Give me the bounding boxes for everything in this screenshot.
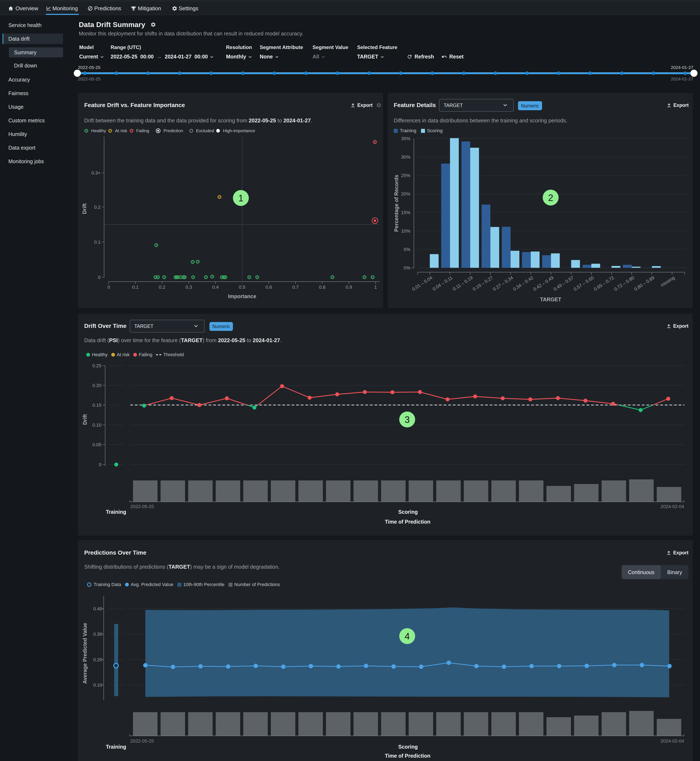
svg-text:0: 0 xyxy=(108,285,110,290)
svg-text:0.2: 0.2 xyxy=(159,285,166,290)
svg-text:0.72 – 0.80: 0.72 – 0.80 xyxy=(613,275,635,292)
svg-text:0.65 – 0.72: 0.65 – 0.72 xyxy=(593,275,615,292)
svg-text:2022-05-25: 2022-05-25 xyxy=(130,738,154,744)
svg-text:Drift: Drift xyxy=(82,414,88,425)
svg-text:0.25: 0.25 xyxy=(92,363,102,368)
svg-text:0.27 – 0.34: 0.27 – 0.34 xyxy=(492,275,514,292)
svg-text:10%: 10% xyxy=(401,229,410,233)
svg-text:0.15: 0.15 xyxy=(92,402,102,408)
svg-text:0.34 – 0.42: 0.34 – 0.42 xyxy=(512,275,534,292)
svg-text:Time of Prediction: Time of Prediction xyxy=(385,753,430,759)
svg-text:0: 0 xyxy=(99,462,102,467)
svg-text:4: 4 xyxy=(405,631,410,641)
svg-text:0.10: 0.10 xyxy=(92,423,102,427)
svg-text:2024-02-04: 2024-02-04 xyxy=(660,504,684,509)
svg-text:Percentage of Records: Percentage of Records xyxy=(393,175,399,232)
svg-text:20%: 20% xyxy=(401,191,410,197)
svg-text:Scoring: Scoring xyxy=(398,509,418,515)
svg-text:Training: Training xyxy=(106,744,126,750)
svg-text:3: 3 xyxy=(405,415,410,425)
svg-text:5%: 5% xyxy=(404,247,410,252)
svg-text:0%: 0% xyxy=(404,265,410,271)
svg-text:0.57 – 0.65: 0.57 – 0.65 xyxy=(573,275,595,292)
svg-text:0.20: 0.20 xyxy=(93,657,102,662)
svg-text:Time of Prediction: Time of Prediction xyxy=(385,519,430,525)
svg-text:1: 1 xyxy=(374,285,377,290)
svg-text:0.6: 0.6 xyxy=(266,285,272,290)
svg-text:0.49 – 0.57: 0.49 – 0.57 xyxy=(553,275,575,292)
svg-text:0.1: 0.1 xyxy=(94,240,100,245)
svg-text:0.01 – 0.04: 0.01 – 0.04 xyxy=(411,275,433,292)
svg-text:missing: missing xyxy=(659,275,675,288)
svg-text:0.7: 0.7 xyxy=(292,285,299,290)
svg-text:0.19 – 0.27: 0.19 – 0.27 xyxy=(472,275,494,292)
svg-text:TARGET: TARGET xyxy=(540,296,561,302)
svg-text:15%: 15% xyxy=(401,210,410,215)
svg-text:0.2: 0.2 xyxy=(94,205,100,210)
svg-text:25%: 25% xyxy=(401,173,410,178)
svg-text:30%: 30% xyxy=(401,154,410,160)
svg-text:2022-05-25: 2022-05-25 xyxy=(130,504,154,509)
svg-text:0.10: 0.10 xyxy=(93,683,102,687)
svg-text:0.4: 0.4 xyxy=(212,285,219,290)
svg-text:Drift: Drift xyxy=(81,203,88,214)
svg-text:0.11 – 0.19: 0.11 – 0.19 xyxy=(452,275,474,292)
svg-text:1: 1 xyxy=(238,193,244,203)
svg-text:Average Predicted Value: Average Predicted Value xyxy=(82,623,88,684)
svg-text:0.30: 0.30 xyxy=(93,631,102,637)
svg-text:2024-02-04: 2024-02-04 xyxy=(660,738,684,744)
svg-text:0.8: 0.8 xyxy=(319,285,325,290)
svg-text:0: 0 xyxy=(98,275,100,280)
svg-text:0.3+: 0.3+ xyxy=(92,170,100,175)
svg-text:Training: Training xyxy=(106,509,126,515)
svg-text:0.80 – 0.89: 0.80 – 0.89 xyxy=(633,275,655,292)
svg-text:0.1: 0.1 xyxy=(132,285,139,290)
svg-text:0.3: 0.3 xyxy=(186,285,192,290)
svg-text:0.9: 0.9 xyxy=(345,285,352,290)
svg-text:0.04 – 0.11: 0.04 – 0.11 xyxy=(432,275,454,292)
svg-text:0.20: 0.20 xyxy=(92,383,102,388)
svg-text:Scoring: Scoring xyxy=(398,744,418,750)
svg-text:0.42 – 0.49: 0.42 – 0.49 xyxy=(532,275,555,292)
svg-text:Importance: Importance xyxy=(228,293,256,299)
svg-text:2: 2 xyxy=(548,193,553,203)
svg-text:0.05: 0.05 xyxy=(92,442,102,447)
svg-text:35%: 35% xyxy=(401,136,410,141)
svg-text:0.40: 0.40 xyxy=(93,606,102,611)
